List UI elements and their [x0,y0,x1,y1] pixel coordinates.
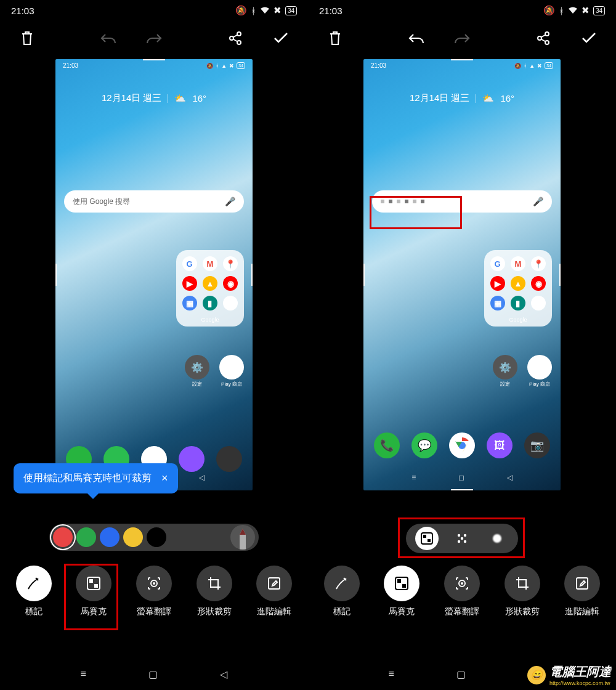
maps-icon: 📍 [531,256,546,271]
redo-button[interactable] [453,30,471,47]
tool-translate[interactable]: 螢幕翻譯 [126,566,182,617]
tool-mosaic[interactable]: 馬賽克 [66,566,121,617]
crop-handle-tl[interactable] [363,59,373,69]
svg-point-2 [237,41,241,44]
status-icons-group: 🔕 ᚼ ✖ 34 [235,5,297,16]
tool-translate[interactable]: 螢幕翻譯 [434,566,490,617]
tool-mosaic-label: 馬賽克 [81,606,107,617]
camera-app-icon: 📷 [524,432,550,458]
undo-button[interactable] [100,30,117,47]
mosaic-style-pixel[interactable] [415,527,439,550]
gmail-icon: M [203,256,217,271]
crop-handle-left[interactable] [363,264,365,286]
nav-home-icon[interactable]: ▢ [456,668,466,680]
crop-handle-top[interactable] [451,59,473,60]
color-yellow[interactable] [123,527,143,547]
phone-app-icon: 📞 [374,432,400,458]
color-red[interactable] [53,527,73,547]
hint-text: 使用標記和馬賽克時也可裁剪 [23,472,152,485]
crop-handle-tl[interactable] [55,59,65,69]
crop-handle-top[interactable] [143,59,165,60]
mosaic-style-pattern[interactable] [450,527,474,550]
editor-toolbar [0,18,308,53]
tool-advanced[interactable]: 進階編輯 [554,566,610,617]
svg-point-21 [464,540,466,543]
x-icon: ✖ [582,5,590,16]
watermark-url: http://www.kocpc.com.tw [549,680,611,686]
redo-button[interactable] [145,30,163,47]
svg-rect-4 [89,579,93,583]
tool-mosaic[interactable]: 馬賽克 [374,566,429,617]
crop-handle-bl[interactable] [363,481,373,490]
crop-handle-br[interactable] [551,481,561,490]
x-icon: ✖ [229,63,234,69]
gallery-app-icon: 🖼 [487,432,513,458]
crop-handle-bottom[interactable] [451,489,473,490]
tool-advanced[interactable]: 進階編輯 [246,566,302,617]
nav-recent-icon[interactable]: ≡ [81,668,86,680]
youtube-icon: ▶ [182,276,197,291]
camera-app-icon [216,446,242,472]
crop-handle-left[interactable] [55,264,57,286]
status-time: 21:03 [11,6,34,16]
inner-nav-bar: ≡ ◻ ◁ [363,473,561,482]
gmail-icon: M [511,256,525,271]
mosaic-style-blur[interactable] [485,527,509,550]
share-button[interactable] [227,30,244,47]
crop-handle-right[interactable] [251,264,253,286]
duo-icon: ▮ [203,296,217,310]
color-blue[interactable] [100,527,120,547]
nav-recent-icon[interactable]: ≡ [389,668,394,680]
svg-point-10 [545,32,549,36]
bluetooth-icon: ᚼ [251,6,256,16]
undo-button[interactable] [408,30,425,47]
inner-battery: 34 [237,62,245,69]
hint-close-button[interactable]: × [161,472,168,485]
bell-off-icon: 🔕 [514,63,521,69]
share-button[interactable] [535,30,552,47]
watermark-mascot-icon: 😄 [527,666,546,684]
svg-point-22 [493,534,501,543]
screenshot-preview[interactable]: 21:03 🔕 ᚼ ▲ ✖ 34 12月14日 週三 ⛅ 16° 使用 Goog… [55,59,253,490]
tool-shapecrop[interactable]: 形狀裁剪 [495,566,550,617]
svg-point-1 [237,32,241,36]
ytmusic-icon: ◉ [531,276,546,291]
playstore-icon: ▶ [527,355,552,380]
confirm-button[interactable] [272,30,290,47]
color-black[interactable] [147,527,166,547]
pen-style-button[interactable] [230,525,255,550]
svg-point-17 [458,534,460,537]
crop-handle-br[interactable] [243,481,253,490]
tool-mosaic-label: 馬賽克 [389,606,415,617]
nav-back-icon[interactable]: ◁ [220,668,227,680]
home-date: 12月14日 週三 [410,92,470,104]
tool-markup-label: 標記 [25,606,43,617]
screenshot-preview[interactable]: 21:03 🔕 ᚼ ▲ ✖ 34 12月14日 週三 ⛅ 16° 🎤 G [363,59,561,490]
svg-rect-24 [397,579,401,583]
tool-shapecrop[interactable]: 形狀裁剪 [187,566,242,617]
delete-button[interactable] [18,30,36,47]
battery-badge: 34 [285,6,297,15]
drive-icon: ▲ [203,276,217,291]
status-bar: 21:03 🔕 ᚼ ✖ 34 [308,0,616,18]
mic-icon: 🎤 [225,197,235,206]
playstore-icon: ▶ [219,355,244,380]
confirm-button[interactable] [580,30,598,47]
home-temp: 16° [500,93,514,104]
ytmusic-icon: ◉ [223,276,238,291]
folder-label: Google [509,317,527,323]
color-green[interactable] [76,527,96,547]
playstore-label: Play 商店 [221,381,242,388]
delete-button[interactable] [326,30,344,47]
system-nav-bar: ≡ ▢ ◁ [0,668,308,680]
tool-markup[interactable]: 標記 [314,566,370,617]
editor-tools-row: 標記 馬賽克 螢幕翻譯 形狀裁剪 進階編輯 [0,566,308,617]
tool-markup[interactable]: 標記 [6,566,62,617]
svg-point-11 [545,41,549,44]
inner-status-bar: 21:03 🔕 ᚼ ▲ ✖ 34 [55,59,253,70]
calendar-icon: ▦ [490,296,505,310]
crop-handle-right[interactable] [559,264,561,286]
nav-home-icon[interactable]: ▢ [148,668,158,680]
svg-rect-16 [428,539,431,542]
settings-icon: ⚙️ [185,355,209,380]
